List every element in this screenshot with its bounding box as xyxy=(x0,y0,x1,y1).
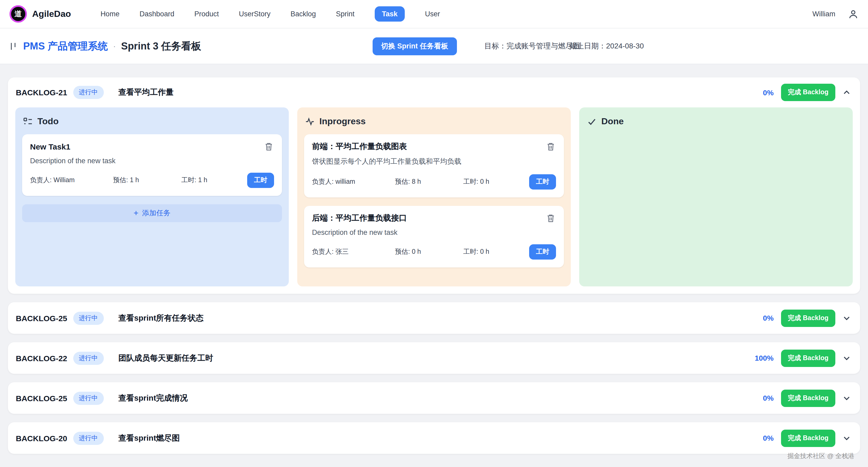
check-icon xyxy=(587,117,597,126)
expand-toggle[interactable] xyxy=(841,433,852,443)
main-nav: Home Dashboard Product UserStory Backlog… xyxy=(100,6,440,22)
task-description: Description of the new task xyxy=(30,157,274,165)
add-task-button[interactable]: + 添加任务 xyxy=(22,204,282,222)
column-done: Done xyxy=(579,107,853,287)
backlog-card-25b: BACKLOG-25 进行中 查看sprint完成情况 0% 完成 Backlo… xyxy=(8,382,860,414)
add-task-label: 添加任务 xyxy=(142,208,170,218)
nav-item-sprint[interactable]: Sprint xyxy=(336,10,355,18)
column-inprogress-header: Inprogress xyxy=(305,116,563,127)
brand-logo-glyph: 道 xyxy=(14,9,22,19)
trash-icon xyxy=(547,142,555,151)
backlog-title: 查看sprint完成情况 xyxy=(118,393,188,403)
page-header: PMS 产品管理系统 · Sprint 3 任务看板 切换 Sprint 任务看… xyxy=(0,28,868,64)
switch-sprint-board-button[interactable]: 切换 Sprint 任务看板 xyxy=(373,37,457,55)
backlog-card-20: BACKLOG-20 进行中 查看sprint燃尽图 0% 完成 Backlog xyxy=(8,422,860,454)
chevron-down-icon xyxy=(842,313,851,323)
status-badge: 进行中 xyxy=(73,86,103,99)
task-card[interactable]: 前端：平均工作量负载图表 饼状图显示每个人的平均工作量负载和平均负载 负责人: … xyxy=(304,134,564,197)
nav-item-dashboard[interactable]: Dashboard xyxy=(140,10,174,18)
task-card[interactable]: New Task1 Description of the new task 负责… xyxy=(22,134,282,196)
log-hours-button[interactable]: 工时 xyxy=(529,244,556,260)
backlog-header: BACKLOG-25 进行中 查看sprint完成情况 0% 完成 Backlo… xyxy=(8,382,860,414)
watermark: 掘金技术社区 @ 全栈港 xyxy=(787,452,854,461)
backlog-header: BACKLOG-21 进行中 查看平均工作量 0% 完成 Backlog xyxy=(8,77,860,107)
delete-task-button[interactable] xyxy=(546,213,556,224)
progress-percent: 0% xyxy=(763,434,773,442)
task-estimate: 预估: 8 h xyxy=(395,177,463,187)
task-description: 饼状图显示每个人的平均工作量负载和平均负载 xyxy=(312,157,556,166)
chevron-down-icon xyxy=(842,354,851,363)
backlog-id: BACKLOG-20 xyxy=(16,434,67,442)
task-description: Description of the new task xyxy=(312,229,556,236)
task-title: 前端：平均工作量负载图表 xyxy=(312,142,407,152)
trash-icon xyxy=(547,214,555,223)
task-card[interactable]: 后端：平均工作量负载接口 Description of the new task… xyxy=(304,206,564,267)
project-link[interactable]: PMS 产品管理系统 xyxy=(23,39,108,53)
nav-item-task[interactable]: Task xyxy=(374,6,405,22)
complete-backlog-button[interactable]: 完成 Backlog xyxy=(781,84,835,101)
task-estimate: 预估: 0 h xyxy=(395,247,463,257)
board-breadcrumb: PMS 产品管理系统 · Sprint 3 任务看板 xyxy=(8,39,201,53)
breadcrumb-separator: · xyxy=(113,41,116,51)
backlog-card-21: BACKLOG-21 进行中 查看平均工作量 0% 完成 Backlog xyxy=(8,77,860,294)
backlog-title: 查看sprint所有任务状态 xyxy=(118,313,204,323)
task-meta: 负责人: william 预估: 8 h 工时: 0 h 工时 xyxy=(312,174,556,190)
complete-backlog-button[interactable]: 完成 Backlog xyxy=(781,309,835,327)
complete-backlog-button[interactable]: 完成 Backlog xyxy=(781,389,835,407)
chevron-up-icon xyxy=(842,88,851,97)
column-todo: Todo New Task1 Description of the new ta… xyxy=(15,107,289,287)
status-badge: 进行中 xyxy=(73,311,103,325)
app-root: 道 AgileDao Home Dashboard Product UserSt… xyxy=(0,0,868,467)
activity-icon xyxy=(305,117,315,126)
nav-item-backlog[interactable]: Backlog xyxy=(291,10,316,18)
backlog-id: BACKLOG-25 xyxy=(16,313,67,323)
task-meta: 负责人: 张三 预估: 0 h 工时: 0 h 工时 xyxy=(312,244,556,260)
task-meta: 负责人: William 预估: 1 h 工时: 1 h 工时 xyxy=(30,173,274,188)
delete-task-button[interactable] xyxy=(264,141,274,152)
task-hours: 工时: 0 h xyxy=(463,247,529,257)
complete-backlog-button[interactable]: 完成 Backlog xyxy=(781,429,835,447)
progress-percent: 0% xyxy=(763,314,773,322)
trash-icon xyxy=(265,142,273,151)
log-hours-button[interactable]: 工时 xyxy=(529,174,556,190)
task-hours: 工时: 1 h xyxy=(181,176,247,185)
plus-icon: + xyxy=(133,209,138,218)
progress-percent: 0% xyxy=(763,394,773,402)
task-assignee: 负责人: William xyxy=(30,176,113,185)
backlog-id: BACKLOG-22 xyxy=(16,354,67,363)
expand-toggle[interactable] xyxy=(841,353,852,364)
nav-item-product[interactable]: Product xyxy=(194,10,219,18)
user-profile-icon[interactable] xyxy=(848,9,859,19)
nav-item-user[interactable]: User xyxy=(425,10,440,18)
nav-item-home[interactable]: Home xyxy=(100,10,119,18)
nav-item-userstory[interactable]: UserStory xyxy=(239,10,271,18)
complete-backlog-button[interactable]: 完成 Backlog xyxy=(781,349,835,367)
sprint-deadline: 截止日期：2024-08-30 xyxy=(569,41,644,51)
progress-percent: 0% xyxy=(763,88,773,97)
task-title: 后端：平均工作量负载接口 xyxy=(312,213,407,223)
task-estimate: 预估: 1 h xyxy=(113,176,181,185)
column-inprogress: Inprogress 前端：平均工作量负载图表 饼状图显示每个人的平均工作量负载… xyxy=(297,107,571,287)
column-done-header: Done xyxy=(587,116,845,127)
expand-toggle[interactable] xyxy=(841,312,852,324)
collapse-toggle[interactable] xyxy=(841,87,852,98)
status-badge: 进行中 xyxy=(73,431,103,445)
backlog-header: BACKLOG-25 进行中 查看sprint所有任务状态 0% 完成 Back… xyxy=(8,302,860,334)
backlog-title: 查看sprint燃尽图 xyxy=(118,433,180,443)
progress-percent: 100% xyxy=(755,354,774,362)
navbar: 道 AgileDao Home Dashboard Product UserSt… xyxy=(0,0,868,28)
backlog-list: BACKLOG-21 进行中 查看平均工作量 0% 完成 Backlog xyxy=(0,64,868,454)
delete-task-button[interactable] xyxy=(546,141,556,152)
todo-list-icon xyxy=(23,117,33,126)
task-assignee: 负责人: william xyxy=(312,177,395,187)
expand-toggle[interactable] xyxy=(841,393,852,404)
status-badge: 进行中 xyxy=(73,392,103,405)
log-hours-button[interactable]: 工时 xyxy=(247,173,274,188)
column-inprogress-label: Inprogress xyxy=(319,116,366,127)
board-title: Sprint 3 任务看板 xyxy=(121,39,201,53)
current-username: William xyxy=(812,10,835,18)
brand-name: AgileDao xyxy=(32,9,71,19)
sprint-goal: 目标：完成账号管理与燃尽图 xyxy=(484,41,580,51)
status-badge: 进行中 xyxy=(73,352,103,365)
task-hours: 工时: 0 h xyxy=(463,177,529,187)
